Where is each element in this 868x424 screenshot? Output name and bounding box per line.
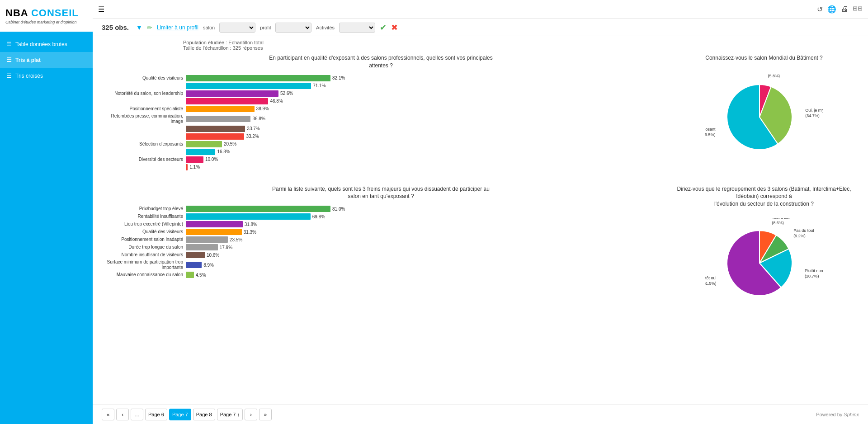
table-icon: ☰ (6, 41, 12, 47)
bar (186, 213, 311, 220)
page-button[interactable]: Page 7 ↑ (217, 409, 243, 420)
page-button[interactable]: Page 8 (193, 409, 215, 420)
page-button[interactable]: › (245, 409, 257, 420)
page-button[interactable]: ... (131, 409, 143, 420)
bar-label: Qualité des visiteurs (102, 229, 183, 235)
chart-connaissez-title: Connaissez-vous le salon Mondial du Bâti… (669, 54, 859, 62)
logo: NBA CONSEIL Cabinet d'études marketing e… (0, 0, 93, 32)
pie-label: Non(5.8%) (768, 72, 780, 78)
print-icon[interactable]: 🖨 (841, 5, 848, 14)
hamburger-icon[interactable]: ☰ (98, 5, 104, 14)
bar-value: 33.2% (246, 134, 259, 139)
pagination: «‹...Page 6Page 7Page 8Page 7 ↑›» (102, 409, 272, 420)
bar-row: 46.8% (102, 98, 660, 104)
bar-value: 1.1% (189, 165, 200, 170)
profil-label: profil (260, 25, 271, 30)
bar (186, 83, 311, 89)
chart-connaissez: Connaissez-vous le salon Mondial du Bâti… (669, 54, 859, 172)
bar (186, 141, 222, 147)
pie-label: Oui, je m'y suis déjà rendu comme visite… (805, 108, 823, 118)
bar-label: Durée trop longue du salon (102, 245, 183, 250)
globe-icon[interactable]: 🌐 (827, 5, 836, 14)
limit-profile-link[interactable]: Limiter à un profil (157, 24, 198, 31)
bar-row: Prix/budget trop élevé81.0% (102, 206, 660, 212)
pie-label: Pas du tout(9.2%) (793, 228, 814, 238)
chart-attentes-title: En participant en qualité d'exposant à d… (102, 54, 660, 70)
bar-label: Lieu trop excentré (Villepinte) (102, 221, 183, 227)
bar (186, 106, 255, 112)
cancel-button[interactable]: ✖ (391, 23, 398, 33)
croises-icon: ☰ (6, 72, 12, 79)
bar (186, 272, 194, 278)
sidebar-item-tris-a-plat[interactable]: ☰ Tris à plat (0, 52, 93, 68)
pie-label: Plutôt oui(61.5%) (705, 276, 717, 286)
bar-value: 38.9% (256, 106, 269, 111)
bar (186, 98, 268, 104)
chart-regroupement-title: Diriez-vous que le regroupement des 3 sa… (669, 185, 859, 208)
bar-row: 33.7% (102, 126, 660, 132)
bar-row: Lieu trop excentré (Villepinte)31.8% (102, 221, 660, 227)
ok-button[interactable]: ✔ (380, 23, 387, 33)
toolbar-icons: ↺ 🌐 🖨 ⊞⊞ (817, 5, 863, 14)
pie-label: Oui, j'y ai déjà participé en tant qu'ex… (705, 127, 716, 137)
bar (186, 206, 330, 212)
bar-value: 16.8% (217, 149, 230, 154)
chart-freins: Parmi la liste suivante, quels sont les … (102, 185, 660, 313)
chart-attentes: En participant en qualité d'exposant à d… (102, 54, 660, 172)
bar-value: 69.8% (312, 214, 325, 219)
pie-label: Tout à fait(8.6%) (772, 218, 790, 225)
bar (186, 236, 228, 243)
activites-label: Activités (316, 25, 335, 30)
bar-row: Rentabilité insuffisante69.8% (102, 213, 660, 220)
bar-label: Diversité des secteurs (102, 157, 183, 162)
bar-row: Sélection d'exposants20.5% (102, 141, 660, 147)
pie-chart-2: Tout à fait(8.6%)Pas du tout(9.2%)Plutôt… (705, 218, 823, 308)
brand-subtitle: Cabinet d'études marketing et d'opinion (5, 20, 87, 24)
bar (186, 244, 218, 250)
filter-icon: ▼ (136, 24, 142, 31)
bar-value: 81.0% (332, 207, 345, 212)
bar-value: 10.6% (207, 253, 219, 258)
bar-label: Sélection d'exposants (102, 141, 183, 147)
bar (186, 156, 203, 163)
bar-value: 31.8% (245, 222, 257, 227)
activites-select[interactable] (339, 23, 375, 33)
bar-label: Rentabilité insuffisante (102, 214, 183, 219)
bar-row: 16.8% (102, 149, 660, 155)
page-button[interactable]: ‹ (116, 409, 129, 420)
chart-regroupement: Diriez-vous que le regroupement des 3 sa… (669, 185, 859, 313)
footer: «‹...Page 6Page 7Page 8Page 7 ↑›» Powere… (93, 405, 868, 424)
bar (186, 221, 243, 227)
filter-bar: 325 obs. ▼ ✏ Limiter à un profil salon p… (93, 19, 868, 36)
edit-icon: ✏ (147, 24, 152, 31)
bar (186, 116, 250, 122)
tris-icon: ☰ (6, 57, 12, 63)
bar-row: Notoriété du salon, son leadership52.6% (102, 90, 660, 97)
bar-label: Mauvaise connaissance du salon (102, 272, 183, 278)
page-button[interactable]: « (102, 409, 114, 420)
bar-value: 36.8% (252, 116, 265, 121)
bar-row: 1.1% (102, 164, 660, 170)
salon-select[interactable] (219, 23, 255, 33)
bar-row: Mauvaise connaissance du salon4.5% (102, 272, 660, 278)
page-button[interactable]: Page 7 (169, 409, 191, 420)
bar-value: 20.5% (224, 141, 236, 146)
bar-row: Durée trop longue du salon17.9% (102, 244, 660, 250)
profil-select[interactable] (275, 23, 311, 33)
bar-label: Nombre insuffisant de visiteurs (102, 252, 183, 258)
bar-value: 10.0% (205, 157, 218, 162)
main-content: ☰ ↺ 🌐 🖨 ⊞⊞ 325 obs. ▼ ✏ Limiter à un pro… (93, 0, 868, 424)
bar-row: Positionnement spécialiste38.9% (102, 106, 660, 112)
history-icon[interactable]: ↺ (817, 5, 823, 14)
bar-label: Positionnement salon inadapté (102, 237, 183, 242)
page-button[interactable]: Page 6 (145, 409, 167, 420)
sidebar-item-table-donnees[interactable]: ☰ Table données brutes (0, 36, 93, 52)
bar-row: Retombées presse, communication, image36… (102, 113, 660, 124)
export-icon[interactable]: ⊞⊞ (853, 5, 863, 14)
bar-row: Nombre insuffisant de visiteurs10.6% (102, 252, 660, 258)
bar-value: 31.3% (244, 230, 256, 235)
page-button[interactable]: » (259, 409, 272, 420)
bar-label: Qualité des visiteurs (102, 75, 183, 81)
bar-row: 71.1% (102, 83, 660, 89)
sidebar-item-tris-croises[interactable]: ☰ Tris croisés (0, 68, 93, 84)
